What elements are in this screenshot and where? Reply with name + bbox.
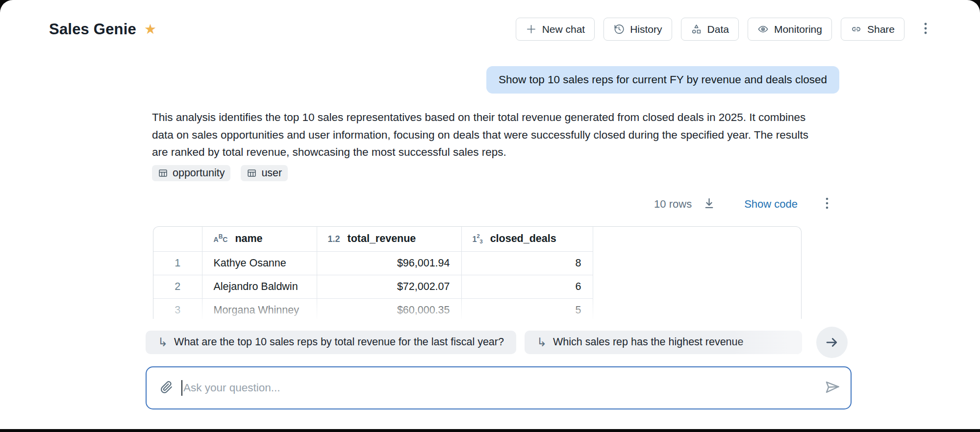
row-count-label: 10 rows [654, 198, 692, 211]
chat-thread: Show top 10 sales reps for current FY by… [146, 66, 852, 409]
share-label: Share [867, 24, 895, 35]
header-overflow-menu-button[interactable] [916, 19, 935, 39]
table-icon [158, 168, 168, 178]
title-wrap: Sales Genie ★ [49, 21, 156, 38]
genie-page: Sales Genie ★ New chat History Data [0, 0, 980, 429]
cell-total-revenue: $96,001.94 [317, 252, 461, 275]
question-input[interactable] [183, 382, 822, 394]
table-tag-label: opportunity [173, 167, 225, 179]
table-row: 3 Morgana Whinney $60,000.35 5 [153, 299, 593, 319]
monitoring-button[interactable]: Monitoring [748, 18, 832, 41]
data-button[interactable]: Data [681, 18, 739, 41]
download-icon [703, 197, 716, 210]
results-table-scroll-area[interactable]: ABC name 1.2 total_revenue 123 closed_de… [153, 226, 802, 319]
index-column-header [153, 227, 202, 252]
cell-total-revenue: $60,000.35 [317, 299, 461, 319]
share-button[interactable]: Share [841, 18, 905, 41]
history-label: History [630, 24, 662, 35]
source-tables: opportunity user [152, 165, 852, 181]
question-input-container [146, 366, 852, 409]
cell-closed-deals: 8 [461, 252, 593, 275]
kebab-icon [822, 197, 832, 210]
integer-type-icon: 123 [473, 233, 483, 244]
result-toolbar: 10 rows Show code [146, 196, 852, 213]
monitoring-label: Monitoring [774, 24, 822, 35]
branch-arrow-icon: ↳ [537, 336, 547, 348]
row-index: 2 [153, 275, 202, 299]
header-actions: New chat History Data Monitoring [516, 18, 935, 41]
suggestion-chip-1[interactable]: ↳ What are the top 10 sales reps by tota… [146, 331, 516, 354]
row-index: 3 [153, 299, 202, 319]
table-tag-opportunity[interactable]: opportunity [152, 165, 230, 181]
cell-name: Alejandro Baldwin [202, 275, 317, 299]
user-message-bubble: Show top 10 sales reps for current FY by… [486, 66, 839, 94]
history-icon [613, 24, 625, 35]
table-row: 2 Alejandro Baldwin $72,002.07 6 [153, 275, 593, 299]
download-button[interactable] [703, 196, 716, 213]
results-table: ABC name 1.2 total_revenue 123 closed_de… [153, 227, 593, 319]
table-tag-user[interactable]: user [241, 165, 288, 181]
plus-icon [526, 24, 537, 35]
user-message-row: Show top 10 sales reps for current FY by… [146, 66, 852, 94]
suggestion-label: What are the top 10 sales reps by total … [174, 336, 504, 348]
suggestion-chip-2[interactable]: ↳ Which sales rep has the highest revenu… [525, 331, 802, 354]
string-type-icon: ABC [214, 233, 228, 244]
suggestion-row: ↳ What are the top 10 sales reps by tota… [146, 331, 852, 354]
eye-icon [757, 24, 769, 35]
data-label: Data [707, 24, 729, 35]
table-tag-label: user [261, 167, 282, 179]
column-label: name [235, 233, 262, 244]
closed-deals-column-header: 123 closed_deals [461, 227, 593, 252]
cell-name: Morgana Whinney [202, 299, 317, 319]
decimal-type-icon: 1.2 [328, 233, 340, 244]
show-code-link[interactable]: Show code [744, 198, 798, 211]
total-revenue-column-header: 1.2 total_revenue [317, 227, 461, 252]
assistant-answer-text: This analysis identifies the top 10 sale… [152, 109, 825, 161]
row-index: 1 [153, 252, 202, 275]
text-cursor [181, 380, 182, 396]
paperclip-icon [159, 380, 174, 394]
table-icon [247, 168, 257, 178]
cell-name: Kathye Osanne [202, 252, 317, 275]
history-button[interactable]: History [603, 18, 672, 41]
cell-closed-deals: 5 [461, 299, 593, 319]
shapes-icon [691, 24, 702, 35]
table-header-row: ABC name 1.2 total_revenue 123 closed_de… [153, 227, 593, 252]
kebab-icon [920, 22, 931, 35]
send-button[interactable] [822, 378, 838, 398]
arrow-right-icon [825, 335, 839, 350]
new-chat-label: New chat [542, 24, 585, 35]
next-suggestions-button[interactable] [816, 327, 848, 358]
header: Sales Genie ★ New chat History Data [0, 0, 980, 41]
column-label: closed_deals [490, 233, 556, 244]
link-icon [851, 24, 862, 35]
favorite-star-icon[interactable]: ★ [144, 23, 156, 36]
branch-arrow-icon: ↳ [158, 336, 168, 348]
column-label: total_revenue [348, 233, 416, 244]
cell-total-revenue: $72,002.07 [317, 275, 461, 299]
new-chat-button[interactable]: New chat [516, 18, 595, 41]
name-column-header: ABC name [202, 227, 317, 252]
attach-file-button[interactable] [159, 380, 174, 396]
send-icon [819, 376, 841, 398]
page-title: Sales Genie [49, 21, 136, 38]
result-overflow-menu-button[interactable] [822, 197, 832, 211]
cell-closed-deals: 6 [461, 275, 593, 299]
suggestion-label: Which sales rep has the highest revenue [553, 336, 743, 348]
table-row: 1 Kathye Osanne $96,001.94 8 [153, 252, 593, 275]
